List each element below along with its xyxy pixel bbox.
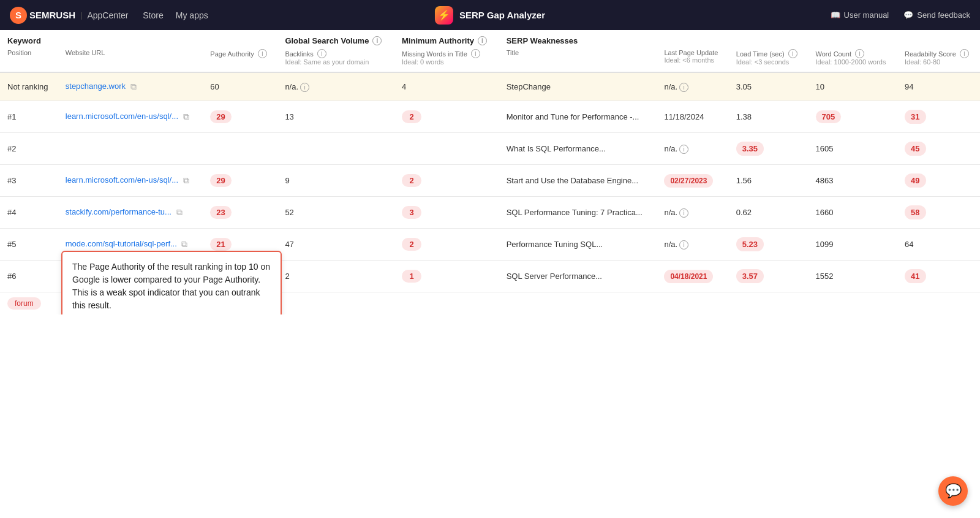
user-manual-button[interactable]: 📖 User manual <box>831 10 889 20</box>
min-authority-info-icon[interactable]: i <box>478 36 487 45</box>
td-position: Not ranking <box>0 72 58 101</box>
copy-icon[interactable]: ⧉ <box>183 175 189 185</box>
td-readability: 49 <box>897 165 980 197</box>
word-count-value: 1099 <box>816 240 834 249</box>
copy-icon[interactable]: ⧉ <box>130 82 137 91</box>
backlinks-value: 13 <box>285 112 293 121</box>
td-missing-words: 2 <box>394 229 499 261</box>
missing-words-badge: 2 <box>402 238 421 251</box>
page-authority-badge: 29 <box>210 174 231 187</box>
th-min-authority: Minimum Authority i <box>394 30 499 47</box>
backlinks-na-info[interactable]: i <box>300 83 309 92</box>
page-authority-info-icon[interactable]: i <box>258 49 267 58</box>
last-update-value: n/a. <box>664 208 677 217</box>
copy-icon[interactable]: ⧉ <box>176 207 183 217</box>
position-cell: #4 <box>7 208 16 217</box>
position-cell: #6 <box>7 272 16 281</box>
th-keyword: Keyword <box>0 30 203 47</box>
td-missing-words: 1 <box>394 261 499 292</box>
title-value: SQL Server Performance... <box>507 272 602 281</box>
last-update-badge: 04/18/2021 <box>664 270 713 283</box>
word-count-value: 4863 <box>816 176 834 185</box>
url-link[interactable]: stackify.com/performance-tu... <box>66 207 172 216</box>
td-readability: 41 <box>897 261 980 292</box>
word-count-info-icon[interactable]: i <box>855 49 864 58</box>
td-load-time: 3.57 <box>729 261 809 292</box>
td-backlinks: 52 <box>277 197 394 229</box>
nav-my-apps[interactable]: My apps <box>176 10 208 20</box>
pipe-separator: | <box>80 10 82 20</box>
table-row: #1learn.microsoft.com/en-us/sql/... ⧉291… <box>0 101 980 133</box>
readability-badge: 31 <box>905 110 925 124</box>
td-title: Monitor and Tune for Performance -... <box>499 101 657 133</box>
last-update-info[interactable]: i <box>679 240 688 249</box>
url-link[interactable]: learn.microsoft.com/en-us/sql/... <box>66 112 178 121</box>
td-url: stackify.com/performance-tu... ⧉ <box>58 197 203 229</box>
url-link[interactable]: stepchange.work <box>66 82 126 91</box>
load-time-info-icon[interactable]: i <box>788 49 797 58</box>
position-cell: #5 <box>7 240 16 249</box>
td-readability: 58 <box>897 197 980 229</box>
last-update-info[interactable]: i <box>679 208 688 218</box>
readability-sub: Ideal: 60-80 <box>905 58 973 66</box>
td-last-update: 11/18/2024 <box>657 101 728 133</box>
td-url: learn.microsoft.com/en-us/sql/... ⧉ <box>58 101 203 133</box>
brand-name: SEMRUSH <box>29 10 75 20</box>
send-feedback-button[interactable]: 💬 Send feedback <box>903 10 970 20</box>
td-backlinks: 2 <box>277 261 394 292</box>
td-page-authority <box>203 133 277 165</box>
td-load-time: 0.62 <box>729 197 809 229</box>
readability-badge: 45 <box>905 142 925 156</box>
url-link[interactable]: learn.microsoft.com/en-us/sql/... <box>66 175 178 185</box>
th-missing-words: Missing Words in Title i Ideal: 0 words <box>394 47 499 72</box>
missing-words-badge: 2 <box>402 110 421 123</box>
title-value: Monitor and Tune for Performance -... <box>507 112 639 121</box>
td-word-count: 1605 <box>809 133 898 165</box>
table-row: Not rankingstepchange.work ⧉60n/a.i4Step… <box>0 72 980 101</box>
missing-words-sub: Ideal: 0 words <box>402 58 492 66</box>
copy-icon[interactable]: ⧉ <box>183 112 189 121</box>
td-load-time: 5.23 <box>729 229 809 261</box>
td-readability: 31 <box>897 101 980 133</box>
backlinks-info-icon[interactable]: i <box>317 49 326 58</box>
missing-words-info-icon[interactable]: i <box>471 49 480 58</box>
copy-icon[interactable]: ⧉ <box>181 239 187 249</box>
td-title: SQL Performance Tuning: 7 Practica... <box>499 197 657 229</box>
td-title: Performance Tuning SQL... <box>499 229 657 261</box>
url-link[interactable]: mode.com/sql-tutorial/sql-perf... <box>66 239 177 248</box>
load-time-badge: 3.57 <box>736 269 764 283</box>
last-update-info[interactable]: i <box>679 145 688 154</box>
nav-store[interactable]: Store <box>143 10 163 20</box>
readability-value: 64 <box>905 240 913 249</box>
semrush-icon: S <box>10 7 27 24</box>
td-last-update: n/a.i <box>657 72 728 101</box>
th-backlinks: Backlinks i Ideal: Same as your domain <box>277 47 394 72</box>
td-title: What Is SQL Performance... <box>499 133 657 165</box>
backlinks-value: 47 <box>285 240 293 249</box>
table-row: #3learn.microsoft.com/en-us/sql/... ⧉299… <box>0 165 980 197</box>
th-page-authority: Page Authority i <box>203 47 277 72</box>
global-search-info-icon[interactable]: i <box>372 36 382 45</box>
th-position: Position <box>0 47 58 72</box>
last-update-info[interactable]: i <box>679 83 688 92</box>
feedback-icon: 💬 <box>903 10 913 20</box>
td-position: #4 <box>0 197 58 229</box>
backlinks-value: n/a. <box>285 82 298 91</box>
topbar-right: 📖 User manual 💬 Send feedback <box>831 10 970 20</box>
last-update-sub: Ideal: <6 months <box>664 56 721 64</box>
table-row: #4stackify.com/performance-tu... ⧉23523S… <box>0 197 980 229</box>
topbar: S SEMRUSH | AppCenter Store My apps ⚡ SE… <box>0 0 980 30</box>
position-cell: #3 <box>7 176 16 185</box>
th-word-count: Word Count i Ideal: 1000-2000 words <box>809 47 898 72</box>
td-url: learn.microsoft.com/en-us/sql/... ⧉ <box>58 165 203 197</box>
th-last-page-update: Last Page Update Ideal: <6 months <box>657 47 728 72</box>
td-missing-words: 4 <box>394 72 499 101</box>
load-time-value: 1.38 <box>736 112 752 121</box>
readability-info-icon[interactable]: i <box>960 49 969 58</box>
forum-badge: forum <box>7 297 41 310</box>
semrush-logo[interactable]: S SEMRUSH | AppCenter <box>10 7 128 24</box>
last-update-value: n/a. <box>664 144 677 153</box>
position-cell: #2 <box>7 144 16 153</box>
td-position: #3 <box>0 165 58 197</box>
readability-badge: 41 <box>905 269 925 283</box>
